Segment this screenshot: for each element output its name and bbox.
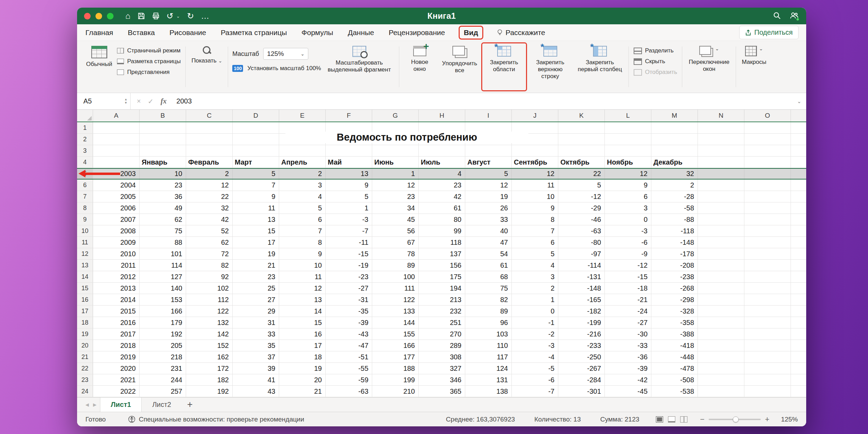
cell-F23[interactable]: -59 [326,374,372,385]
cell-D23[interactable]: 41 [233,374,279,385]
row-header-2[interactable]: 2 [77,134,93,145]
cell-A10[interactable]: 2008 [93,225,140,236]
cell-M7[interactable]: -28 [651,191,698,202]
cell-O13[interactable] [744,260,791,271]
column-header-L[interactable]: L [605,110,651,122]
column-header-A[interactable]: A [93,110,140,122]
cell-L7[interactable]: 6 [605,191,651,202]
freeze-top-row-button[interactable]: * Закрепить верхнюю строку [526,43,574,91]
cell-L17[interactable]: -24 [605,306,651,317]
cell-G13[interactable]: 89 [372,260,419,271]
add-sheet-button[interactable]: + [182,398,198,412]
cell-F22[interactable]: -55 [326,363,372,374]
account-icon[interactable] [790,11,799,21]
cell-J10[interactable]: 7 [512,225,558,236]
cell-B16[interactable]: 153 [140,294,186,305]
cell-F7[interactable]: 5 [326,191,372,202]
row-header-22[interactable]: 22 [77,363,93,374]
cell-O10[interactable] [744,225,791,236]
cell-N18[interactable] [698,317,744,328]
formula-input[interactable]: 2003 [176,97,192,105]
cell-H7[interactable]: 42 [419,191,465,202]
cell-P20[interactable] [791,340,806,351]
column-header-I[interactable]: I [465,110,512,122]
cell-G12[interactable]: 78 [372,248,419,259]
column-header-N[interactable]: N [698,110,744,122]
cell-K21[interactable]: -250 [558,351,605,362]
cell-N12[interactable] [698,248,744,259]
normal-view-status-icon[interactable] [656,416,663,423]
cell-D5[interactable]: 5 [233,169,279,179]
name-box[interactable]: A5 [77,93,122,109]
cell-P23[interactable] [791,374,806,385]
cell-I4[interactable]: Август [465,157,512,168]
cell-H14[interactable]: 175 [419,271,465,282]
cell-A17[interactable]: 2015 [93,306,140,317]
cell-I22[interactable]: 124 [465,363,512,374]
cell-C6[interactable]: 12 [186,180,233,191]
cell-P10[interactable] [791,225,806,236]
row-header-1[interactable]: 1 [77,122,93,133]
cell-E21[interactable]: 18 [279,351,326,362]
cell-D3[interactable] [233,145,279,156]
cell-B14[interactable]: 127 [140,271,186,282]
column-header-P[interactable]: P [791,110,806,122]
cell-D20[interactable]: 35 [233,340,279,351]
cell-J19[interactable]: -2 [512,328,558,340]
cell-O22[interactable] [744,363,791,374]
page-break-preview-button[interactable]: Страничный режим [115,47,183,55]
cell-N17[interactable] [698,306,744,317]
cell-I13[interactable]: 61 [465,260,512,271]
custom-views-button[interactable]: Представления [115,68,183,76]
cell-D8[interactable]: 11 [233,202,279,214]
cell-O15[interactable] [744,283,791,294]
cell-N23[interactable] [698,374,744,385]
cell-E5[interactable]: 2 [279,169,326,179]
column-header-F[interactable]: F [326,110,372,122]
cell-I19[interactable]: 103 [465,328,512,340]
cell-N6[interactable] [698,180,744,191]
cell-F11[interactable]: -11 [326,237,372,248]
cell-B22[interactable]: 231 [140,363,186,374]
cell-O12[interactable] [744,248,791,259]
cell-N21[interactable] [698,351,744,362]
row-header-17[interactable]: 17 [77,306,93,317]
cell-A2[interactable] [93,134,140,145]
cell-L16[interactable]: -21 [605,294,651,305]
cell-H24[interactable]: 365 [419,386,465,397]
cell-O9[interactable] [744,214,791,225]
freeze-first-column-button[interactable]: * Закрепить первый столбец [574,43,626,91]
cell-K5[interactable]: 22 [558,169,605,179]
cell-E14[interactable]: 11 [279,271,326,282]
cell-D1[interactable] [233,122,279,133]
formula-bar-expand-icon[interactable]: ⌄ [797,98,801,105]
cell-B23[interactable]: 244 [140,374,186,385]
freeze-panes-button[interactable]: * Закрепить области [482,43,526,91]
cell-M14[interactable]: -238 [651,271,698,282]
cell-J16[interactable]: 1 [512,294,558,305]
cell-K14[interactable]: -131 [558,271,605,282]
sheet-nav-right-icon[interactable]: ▶ [93,402,97,407]
cell-M2[interactable] [651,134,698,145]
cell-A20[interactable]: 2018 [93,340,140,351]
tab-insert[interactable]: Вставка [128,28,155,37]
cell-N5[interactable] [698,169,744,179]
cell-G10[interactable]: 56 [372,225,419,236]
cell-I16[interactable]: 82 [465,294,512,305]
cell-I18[interactable]: 96 [465,317,512,328]
cell-P11[interactable] [791,237,806,248]
cell-N22[interactable] [698,363,744,374]
cell-G17[interactable]: 133 [372,306,419,317]
cell-C21[interactable]: 162 [186,351,233,362]
cell-D24[interactable]: 43 [233,386,279,397]
row-header-18[interactable]: 18 [77,317,93,328]
cell-F10[interactable]: -7 [326,225,372,236]
cell-N9[interactable] [698,214,744,225]
cell-L23[interactable]: -42 [605,374,651,385]
cell-H4[interactable]: Июль [419,157,465,168]
cell-K15[interactable]: -148 [558,283,605,294]
more-commands-icon[interactable]: … [201,12,209,20]
cell-K3[interactable] [558,145,605,156]
cell-J8[interactable]: 9 [512,202,558,214]
name-box-stepper[interactable]: ▲ ▼ [122,93,131,109]
